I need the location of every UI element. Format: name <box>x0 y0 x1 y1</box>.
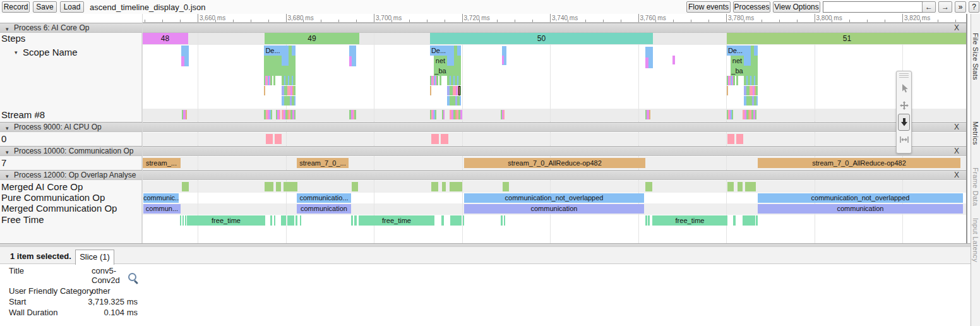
trace-slice[interactable] <box>292 56 296 76</box>
trace-slice[interactable]: net <box>731 56 744 66</box>
merged-comm-slice[interactable]: communication <box>464 204 644 214</box>
trace-slice[interactable] <box>746 76 748 85</box>
comm-op-slice[interactable]: stream_... <box>142 158 181 168</box>
trace-slice[interactable] <box>447 66 454 76</box>
process-header[interactable]: Process 6: AI Core Op▾X <box>0 23 967 33</box>
free-time-slice[interactable] <box>756 215 758 226</box>
record-button[interactable]: Record <box>2 1 30 13</box>
free-time-slice[interactable] <box>501 215 503 226</box>
merged-comm-slice[interactable]: commun... <box>143 204 181 214</box>
trace-slice[interactable]: net <box>434 56 447 66</box>
trace-slice[interactable] <box>458 86 460 95</box>
merged-ai-core-slice[interactable] <box>645 182 652 191</box>
trace-slice[interactable] <box>754 76 755 85</box>
free-time-slice[interactable] <box>300 215 301 226</box>
trace-slice[interactable] <box>756 86 758 95</box>
trace-slice[interactable]: De... <box>727 45 744 56</box>
step-slice[interactable]: 49 <box>265 33 359 44</box>
trace-slice[interactable] <box>754 56 758 76</box>
free-time-slice[interactable] <box>296 215 297 226</box>
trace-slice[interactable] <box>354 110 356 119</box>
side-tab-input-latency[interactable]: Input Latency <box>972 218 979 262</box>
find-previous-button[interactable]: ← <box>922 1 936 13</box>
trace-slice[interactable] <box>273 76 275 85</box>
side-tab-file-size-stats[interactable]: File Size Stats <box>972 33 979 80</box>
trace-slice[interactable] <box>292 45 296 56</box>
collapse-triangle-icon[interactable]: ▾ <box>6 148 9 157</box>
load-button[interactable]: Load <box>60 1 84 13</box>
trace-slice[interactable] <box>746 96 752 106</box>
trace-slice[interactable] <box>264 66 282 76</box>
free-time-slice[interactable] <box>504 215 505 226</box>
trace-slice[interactable] <box>733 76 735 85</box>
merged-ai-core-slice[interactable] <box>284 182 297 191</box>
free-time-slice[interactable] <box>287 215 294 226</box>
merged-ai-core-slice[interactable] <box>352 182 358 191</box>
free-time-slice[interactable] <box>270 215 272 226</box>
processes-button[interactable]: Processes <box>733 1 770 13</box>
trace-slice[interactable] <box>453 76 455 85</box>
trace-slice[interactable] <box>294 86 296 95</box>
trace-slice[interactable]: De... <box>430 45 447 56</box>
merged-ai-core-slice[interactable] <box>276 182 281 191</box>
ai-cpu-slice[interactable] <box>441 134 448 144</box>
free-time-slice[interactable] <box>182 215 184 226</box>
free-time-slice[interactable] <box>463 215 464 226</box>
free-time-slice[interactable]: free_time <box>359 215 434 226</box>
trace-slice[interactable] <box>503 110 505 119</box>
trace-slice[interactable] <box>284 96 290 106</box>
process-header[interactable]: Process 10000: Communication Op▾X <box>0 146 967 156</box>
palette-drag-handle[interactable] <box>899 73 909 78</box>
search-input[interactable] <box>823 1 924 13</box>
trace-slice[interactable] <box>754 45 758 56</box>
selection-tool-button[interactable] <box>898 80 910 97</box>
close-process-button[interactable]: X <box>954 23 959 32</box>
merged-ai-core-slice[interactable] <box>727 182 734 191</box>
process-header[interactable]: Process 12000: Op Overlap Analyse▾X <box>0 170 967 180</box>
comm-op-slice[interactable]: stream_7_0_AllReduce-op482 <box>464 158 645 168</box>
free-time-slice[interactable] <box>645 215 647 226</box>
trace-slice[interactable] <box>457 56 461 76</box>
trace-slice[interactable] <box>756 96 758 106</box>
trace-slice[interactable] <box>732 110 733 119</box>
trace-slice[interactable] <box>502 56 504 64</box>
trace-slice[interactable] <box>282 66 289 76</box>
trace-slice[interactable] <box>264 56 282 66</box>
trace-slice[interactable] <box>447 45 454 66</box>
merged-ai-core-slice[interactable] <box>738 182 743 191</box>
close-process-button[interactable]: X <box>954 123 959 131</box>
free-time-slice[interactable] <box>441 215 444 226</box>
pure-comm-slice[interactable]: communication_not_overlapped <box>464 193 644 203</box>
trace-slice[interactable] <box>744 66 751 76</box>
trace-slice[interactable] <box>186 110 187 119</box>
trace-slice[interactable] <box>279 110 280 119</box>
free-time-slice[interactable] <box>743 215 755 226</box>
merged-ai-core-slice[interactable] <box>431 182 438 191</box>
collapse-triangle-icon[interactable]: ▾ <box>6 25 9 33</box>
ai-cpu-slice[interactable] <box>736 134 743 144</box>
free-time-slice[interactable]: free_time <box>652 215 727 226</box>
collapse-triangle-icon[interactable]: ▾ <box>6 124 9 133</box>
free-time-slice[interactable] <box>281 215 286 226</box>
find-title-magnifier-icon[interactable] <box>128 273 136 281</box>
trace-slice[interactable]: _ba <box>434 66 447 76</box>
step-slice[interactable]: 48 <box>142 33 188 44</box>
trace-slice[interactable] <box>460 96 461 106</box>
pure-comm-slice[interactable]: communic... <box>143 193 179 203</box>
free-time-slice[interactable] <box>450 215 462 226</box>
trace-slice[interactable] <box>271 110 272 119</box>
trace-slice[interactable] <box>443 110 445 119</box>
merged-ai-core-slice[interactable] <box>503 182 509 191</box>
find-next-button[interactable]: → <box>938 1 952 13</box>
ai-cpu-slice[interactable] <box>275 134 282 144</box>
ai-cpu-slice[interactable] <box>727 134 734 144</box>
timing-tool-button[interactable] <box>898 131 910 148</box>
trace-slice[interactable] <box>288 76 289 85</box>
trace-slice[interactable] <box>292 76 293 85</box>
help-button[interactable]: ? <box>969 1 979 13</box>
trace-slice[interactable] <box>736 76 738 85</box>
trace-slice[interactable] <box>457 45 461 56</box>
collapse-triangle-icon[interactable]: ▾ <box>15 49 18 56</box>
comm-op-slice[interactable]: stream_7_0_... <box>297 158 349 168</box>
ai-cpu-slice[interactable] <box>431 134 439 144</box>
